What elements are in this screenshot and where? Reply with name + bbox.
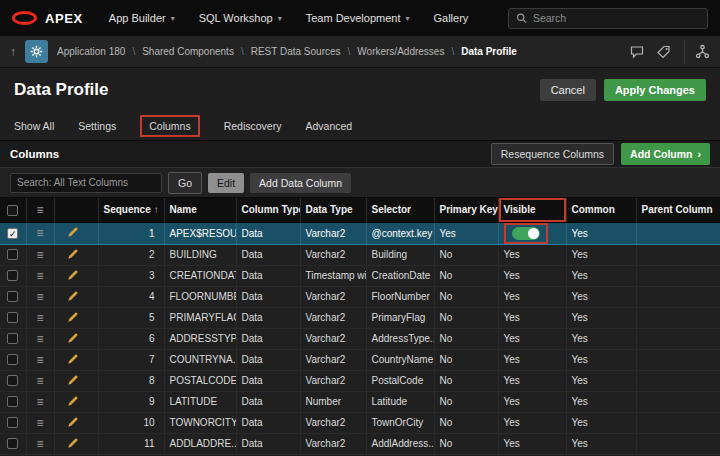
- column-search-input[interactable]: [10, 173, 162, 193]
- drag-handle-icon[interactable]: ≡: [36, 395, 43, 409]
- cell-selector: Building: [366, 244, 434, 265]
- tab-rediscovery[interactable]: Rediscovery: [224, 120, 282, 132]
- header-visible[interactable]: Visible: [498, 198, 566, 222]
- edit-row-icon[interactable]: [67, 353, 79, 365]
- table-row[interactable]: ✓≡1APEX$RESOU...DataVarchar2@context.key…: [0, 222, 720, 244]
- global-search-input[interactable]: [533, 12, 700, 24]
- row-checkbox[interactable]: [7, 270, 18, 281]
- drag-handle-icon[interactable]: ≡: [36, 226, 43, 240]
- row-checkbox[interactable]: [7, 375, 18, 386]
- table-row[interactable]: ≡7COUNTRYNA...DataVarchar2CountryNameNoY…: [0, 349, 720, 370]
- team-hierarchy-icon[interactable]: [684, 40, 710, 64]
- add-column-button[interactable]: Add Column›: [621, 143, 710, 165]
- breadcrumb-item[interactable]: Data Profile: [461, 46, 517, 57]
- table-row[interactable]: ≡8POSTALCODEDataVarchar2PostalCodeNoYesY…: [0, 370, 720, 391]
- table-row[interactable]: ≡6ADDRESSTYP...DataVarchar2AddressType..…: [0, 328, 720, 349]
- page-title: Data Profile: [14, 80, 108, 100]
- row-checkbox[interactable]: [7, 249, 18, 260]
- edit-row-icon[interactable]: [67, 290, 79, 302]
- table-row[interactable]: ≡5PRIMARYFLAGDataVarchar2PrimaryFlagNoYe…: [0, 307, 720, 328]
- drag-handle-icon[interactable]: ≡: [36, 290, 43, 304]
- menu-team-development[interactable]: Team Development▾: [306, 12, 410, 24]
- edit-row-icon[interactable]: [67, 416, 79, 428]
- toggle-knob: [528, 228, 539, 239]
- menu-app-builder[interactable]: App Builder▾: [109, 12, 175, 24]
- drag-handle-icon[interactable]: ≡: [36, 353, 43, 367]
- row-checkbox[interactable]: [7, 312, 18, 323]
- table-row[interactable]: ≡11ADDLADDRE...DataVarchar2AddlAddress..…: [0, 433, 720, 454]
- tab-show-all[interactable]: Show All: [14, 120, 54, 132]
- cell-sequence: 10: [98, 412, 164, 433]
- tab-settings[interactable]: Settings: [78, 120, 116, 132]
- cell-column-type: Data: [236, 391, 300, 412]
- global-search[interactable]: [508, 8, 708, 29]
- header-selector[interactable]: Selector: [366, 198, 434, 222]
- cell-primary-key: No: [434, 391, 498, 412]
- table-row[interactable]: ≡3CREATIONDATEDataTimestamp wi...Creatio…: [0, 265, 720, 286]
- table-row[interactable]: ≡10TOWNORCITYDataVarchar2TownOrCityNoYes…: [0, 412, 720, 433]
- header-column-type[interactable]: Column Type: [236, 198, 300, 222]
- breadcrumb-item[interactable]: Workers/Addresses: [357, 46, 444, 57]
- header-data-type[interactable]: Data Type: [300, 198, 366, 222]
- cell-common: Yes: [566, 265, 636, 286]
- cell-common: Yes: [566, 328, 636, 349]
- drag-handle-icon[interactable]: ≡: [36, 374, 43, 388]
- tab-advanced[interactable]: Advanced: [305, 120, 352, 132]
- resequence-columns-button[interactable]: Resequence Columns: [491, 143, 614, 165]
- drag-handle-icon[interactable]: ≡: [36, 248, 43, 262]
- edit-row-icon[interactable]: [67, 226, 79, 238]
- edit-row-icon[interactable]: [67, 374, 79, 386]
- cell-selector: Latitude: [366, 391, 434, 412]
- row-checkbox[interactable]: [7, 417, 18, 428]
- table-row[interactable]: ≡2BUILDINGDataVarchar2BuildingNoYesYes: [0, 244, 720, 265]
- drag-handle-icon[interactable]: ≡: [36, 269, 43, 283]
- cell-sequence: 4: [98, 286, 164, 307]
- cancel-button[interactable]: Cancel: [540, 79, 596, 101]
- drag-handle-icon[interactable]: ≡: [36, 332, 43, 346]
- edit-row-icon[interactable]: [67, 311, 79, 323]
- up-arrow-icon[interactable]: ↑: [10, 45, 16, 59]
- cell-parent-column: [636, 222, 720, 244]
- menu-gallery[interactable]: Gallery: [434, 12, 469, 24]
- menu-sql-workshop[interactable]: SQL Workshop▾: [199, 12, 282, 24]
- row-checkbox[interactable]: [7, 396, 18, 407]
- table-row[interactable]: ≡9LATITUDEDataNumberLatitudeNoYesYes: [0, 391, 720, 412]
- header-parent-column[interactable]: Parent Column: [636, 198, 720, 222]
- edit-row-icon[interactable]: [67, 332, 79, 344]
- header-primary-key[interactable]: Primary Key: [434, 198, 498, 222]
- shortcuts-tag-icon[interactable]: [657, 45, 671, 59]
- edit-row-icon[interactable]: [67, 395, 79, 407]
- row-checkbox[interactable]: [7, 354, 18, 365]
- edit-button[interactable]: Edit: [208, 173, 244, 193]
- go-button[interactable]: Go: [168, 172, 202, 194]
- row-drag-cell: ≡: [26, 328, 54, 349]
- visible-toggle[interactable]: [512, 227, 540, 240]
- row-checkbox[interactable]: [7, 438, 18, 449]
- edit-application-gear-button[interactable]: [25, 40, 48, 63]
- cell-name: FLOORNUMBER: [164, 286, 236, 307]
- header-sequence[interactable]: Sequence↑: [98, 198, 164, 222]
- header-common[interactable]: Common: [566, 198, 636, 222]
- edit-row-icon[interactable]: [67, 248, 79, 260]
- select-all-checkbox[interactable]: [7, 205, 18, 216]
- add-data-column-button[interactable]: Add Data Column: [250, 173, 351, 193]
- row-checkbox[interactable]: ✓: [7, 228, 18, 239]
- feedback-comment-icon[interactable]: [630, 45, 644, 59]
- header-name[interactable]: Name: [164, 198, 236, 222]
- row-checkbox[interactable]: [7, 333, 18, 344]
- drag-handle-icon[interactable]: ≡: [36, 311, 43, 325]
- drag-handle-icon[interactable]: ≡: [36, 437, 43, 451]
- edit-row-icon[interactable]: [67, 437, 79, 449]
- apply-changes-button[interactable]: Apply Changes: [604, 79, 706, 101]
- cell-common: Yes: [566, 286, 636, 307]
- table-row[interactable]: ≡4FLOORNUMBERDataVarchar2FloorNumberNoYe…: [0, 286, 720, 307]
- edit-row-icon[interactable]: [67, 269, 79, 281]
- breadcrumb-item[interactable]: Shared Components: [142, 46, 234, 57]
- cell-parent-column: [636, 244, 720, 265]
- chevron-down-icon: ▾: [278, 14, 282, 23]
- row-checkbox[interactable]: [7, 291, 18, 302]
- drag-handle-icon[interactable]: ≡: [36, 416, 43, 430]
- tab-columns[interactable]: Columns: [140, 115, 199, 137]
- breadcrumb-item[interactable]: REST Data Sources: [251, 46, 341, 57]
- breadcrumb-item[interactable]: Application 180: [57, 46, 125, 57]
